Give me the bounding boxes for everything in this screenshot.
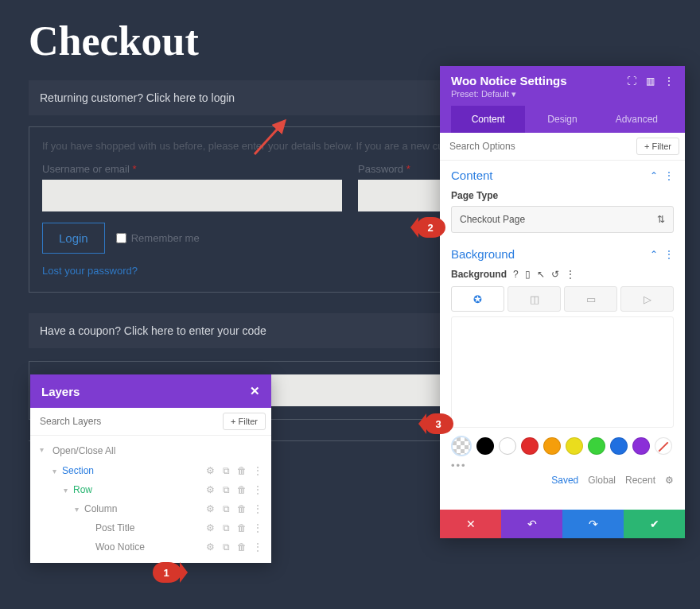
gear-icon[interactable]: ⚙ xyxy=(204,484,216,495)
bg-video-tab[interactable]: ▷ xyxy=(620,286,674,312)
background-label: Background xyxy=(451,269,507,280)
bg-gradient-tab[interactable]: ◫ xyxy=(508,286,561,312)
cursor-icon[interactable]: ↖ xyxy=(537,269,545,280)
settings-panel: Woo Notice Settings ⛶ ▥ ⋮ Preset: Defaul… xyxy=(440,66,685,538)
lost-password-link[interactable]: Lost your password? xyxy=(42,265,138,277)
more-icon[interactable]: ⋮ xyxy=(664,170,674,181)
remember-me-checkbox[interactable] xyxy=(116,233,126,243)
trash-icon[interactable]: 🗑 xyxy=(236,541,247,553)
chevron-down-icon[interactable]: ▾ xyxy=(64,486,73,495)
swatch-none[interactable] xyxy=(655,437,672,455)
chevron-down-icon[interactable]: ▾ xyxy=(52,467,62,475)
reset-icon[interactable]: ↺ xyxy=(551,269,559,280)
gear-icon[interactable]: ⚙ xyxy=(665,475,674,486)
global-colors-link[interactable]: Global xyxy=(588,475,616,486)
more-icon[interactable]: ⋮ xyxy=(252,465,263,476)
more-icon[interactable]: ⋮ xyxy=(252,541,263,553)
remember-me[interactable]: Remember me xyxy=(116,232,200,244)
swatch-color[interactable] xyxy=(610,437,628,455)
page-type-label: Page Type xyxy=(451,190,674,201)
layers-panel: Layers ✕ + Filter Open/Close All ▾ Secti… xyxy=(30,374,271,563)
more-swatches[interactable]: ••• xyxy=(451,460,674,471)
gear-icon[interactable]: ⚙ xyxy=(204,465,216,476)
chevron-up-icon[interactable]: ⌃ xyxy=(650,249,658,260)
swatch-color[interactable] xyxy=(499,437,516,455)
gear-icon[interactable]: ⚙ xyxy=(204,503,216,514)
more-icon[interactable]: ⋮ xyxy=(664,76,674,87)
layers-search-input[interactable] xyxy=(30,408,217,435)
marker-1: 1 xyxy=(153,562,181,583)
more-icon[interactable]: ⋮ xyxy=(252,522,263,533)
image-icon: ▭ xyxy=(586,293,596,305)
column-icon[interactable]: ▥ xyxy=(646,76,655,87)
settings-title: Woo Notice Settings xyxy=(451,74,567,87)
duplicate-icon[interactable]: ⧉ xyxy=(220,484,231,495)
layers-title: Layers xyxy=(41,385,80,398)
close-icon[interactable]: ✕ xyxy=(250,384,260,398)
chevron-up-icon[interactable]: ⌃ xyxy=(650,170,658,181)
updown-icon: ⇅ xyxy=(657,214,665,225)
open-close-all[interactable]: Open/Close All xyxy=(30,440,271,461)
background-preview xyxy=(451,316,674,428)
username-input[interactable] xyxy=(42,180,342,211)
layer-woo-notice[interactable]: Woo Notice ⚙⧉🗑⋮ xyxy=(30,537,271,557)
undo-button[interactable]: ↶ xyxy=(501,510,562,538)
swatch-color[interactable] xyxy=(543,437,561,455)
swatch-color[interactable] xyxy=(588,437,605,455)
saved-colors-link[interactable]: Saved xyxy=(551,475,578,486)
bg-color-tab[interactable]: ✪ xyxy=(451,286,504,312)
marker-2: 2 xyxy=(417,217,445,238)
settings-search-input[interactable] xyxy=(440,133,631,160)
page-title: Checkout xyxy=(0,0,700,72)
swatch-transparent[interactable] xyxy=(451,436,472,456)
paint-icon: ✪ xyxy=(473,293,482,305)
duplicate-icon[interactable]: ⧉ xyxy=(220,541,231,553)
swatch-color[interactable] xyxy=(476,437,494,455)
layers-header: Layers ✕ xyxy=(30,374,271,408)
color-swatches xyxy=(451,436,674,456)
gear-icon[interactable]: ⚙ xyxy=(204,541,216,553)
recent-colors-link[interactable]: Recent xyxy=(625,475,655,486)
page-type-select[interactable]: Checkout Page ⇅ xyxy=(451,206,674,233)
tab-advanced[interactable]: Advanced xyxy=(600,106,674,133)
trash-icon[interactable]: 🗑 xyxy=(236,522,247,533)
redo-button[interactable]: ↷ xyxy=(562,510,624,538)
trash-icon[interactable]: 🗑 xyxy=(236,484,247,495)
delete-button[interactable]: ✕ xyxy=(440,510,501,538)
username-label: Username or email * xyxy=(42,163,342,175)
more-icon[interactable]: ⋮ xyxy=(664,249,674,260)
tab-content[interactable]: Content xyxy=(451,106,525,133)
trash-icon[interactable]: 🗑 xyxy=(236,503,247,514)
gear-icon[interactable]: ⚙ xyxy=(204,522,216,533)
login-button[interactable]: Login xyxy=(42,223,105,254)
bg-image-tab[interactable]: ▭ xyxy=(564,286,617,312)
phone-icon[interactable]: ▯ xyxy=(525,269,531,280)
layer-section[interactable]: ▾ Section ⚙⧉🗑⋮ xyxy=(30,461,271,480)
video-icon: ▷ xyxy=(644,293,651,305)
swatch-color[interactable] xyxy=(566,437,583,455)
trash-icon[interactable]: 🗑 xyxy=(236,465,247,476)
more-icon[interactable]: ⋮ xyxy=(566,269,575,280)
layers-filter-button[interactable]: + Filter xyxy=(223,413,266,430)
tab-design[interactable]: Design xyxy=(525,106,599,133)
more-icon[interactable]: ⋮ xyxy=(252,503,263,514)
layer-column[interactable]: ▾ Column ⚙⧉🗑⋮ xyxy=(30,499,271,518)
help-icon[interactable]: ? xyxy=(513,269,519,280)
background-section-heading[interactable]: Background xyxy=(451,247,515,261)
marker-3: 3 xyxy=(425,413,453,434)
confirm-button[interactable]: ✔ xyxy=(624,510,685,538)
duplicate-icon[interactable]: ⧉ xyxy=(220,522,231,533)
more-icon[interactable]: ⋮ xyxy=(252,484,263,495)
chevron-down-icon[interactable]: ▾ xyxy=(75,505,84,514)
preset-dropdown[interactable]: Preset: Default ▾ xyxy=(451,89,674,106)
layer-row[interactable]: ▾ Row ⚙⧉🗑⋮ xyxy=(30,480,271,499)
content-section-heading[interactable]: Content xyxy=(451,169,493,182)
expand-icon[interactable]: ⛶ xyxy=(627,76,636,87)
swatch-color[interactable] xyxy=(632,437,650,455)
swatch-color[interactable] xyxy=(521,437,539,455)
layer-post-title[interactable]: Post Title ⚙⧉🗑⋮ xyxy=(30,518,271,537)
duplicate-icon[interactable]: ⧉ xyxy=(220,503,231,514)
gradient-icon: ◫ xyxy=(530,293,539,305)
duplicate-icon[interactable]: ⧉ xyxy=(220,465,231,476)
settings-filter-button[interactable]: + Filter xyxy=(636,138,679,155)
